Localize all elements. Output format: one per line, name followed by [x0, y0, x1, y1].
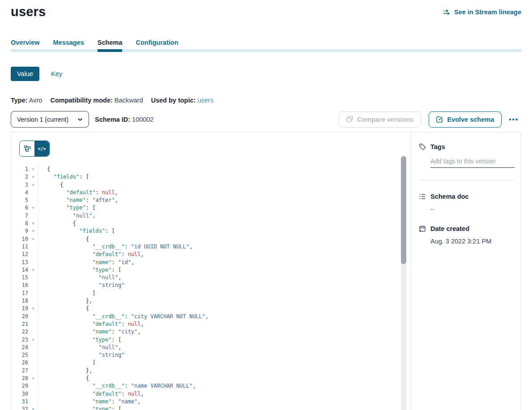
line-number: 21: [11, 320, 28, 328]
code-line: 20 "__crdb__": "city VARCHAR NOT NULL",: [11, 313, 411, 320]
code-text: ]: [38, 290, 411, 297]
fold-gutter: [28, 290, 38, 297]
code-text: "default": null,: [38, 189, 411, 196]
line-number: 24: [11, 344, 28, 351]
date-created-title: Date created: [430, 225, 469, 232]
fold-toggle-icon[interactable]: ▼: [28, 181, 38, 189]
fold-gutter: [28, 390, 38, 398]
code-text: "default": null,: [38, 320, 411, 328]
code-line: 14▼ "type": [: [11, 266, 411, 274]
compare-icon: [346, 116, 353, 123]
schema-doc-value: --: [430, 205, 514, 213]
code-text: {: [38, 181, 411, 189]
code-text: {: [38, 220, 411, 227]
fold-toggle-icon[interactable]: ▼: [28, 166, 38, 173]
line-number: 28: [11, 375, 28, 382]
stream-lineage-link[interactable]: See in Stream lineage: [443, 9, 521, 16]
calendar-plus-icon: [419, 225, 426, 232]
line-number: 20: [11, 313, 28, 320]
topic-link[interactable]: users: [197, 97, 213, 104]
code-text: "default": null,: [38, 390, 411, 398]
line-number: 27: [11, 367, 28, 375]
edit-schema-icon: [436, 116, 443, 123]
code-line: 5 "name": "after",: [11, 196, 411, 204]
editor-view-toggle: </>: [19, 141, 50, 157]
line-number: 17: [11, 290, 28, 297]
fold-toggle-icon[interactable]: ▼: [28, 266, 38, 274]
line-number: 18: [11, 297, 28, 305]
fold-gutter: [28, 297, 38, 305]
meta-type: Type: Avro: [11, 97, 42, 104]
date-created-value: Aug. 3 2022 3:21 PM: [430, 238, 514, 245]
fold-gutter: [28, 351, 38, 359]
fold-toggle-icon[interactable]: ▼: [28, 204, 38, 212]
fold-gutter: [28, 282, 38, 289]
tag-icon: [419, 143, 426, 150]
version-select[interactable]: Version 1 (current): [11, 111, 89, 128]
code-line: 18 },: [11, 297, 411, 305]
compare-versions-button[interactable]: Compare versions: [339, 111, 421, 128]
line-number: 15: [11, 274, 28, 282]
tab-configuration[interactable]: Configuration: [136, 39, 178, 49]
code-text: {: [38, 166, 411, 173]
line-number: 32: [11, 406, 28, 410]
fold-toggle-icon[interactable]: ▼: [28, 305, 38, 312]
fold-toggle-icon[interactable]: ▼: [28, 220, 38, 227]
code-text: "__crdb__": "id UUID NOT NULL",: [38, 243, 411, 251]
side-panel-divider: [419, 180, 514, 180]
schema-side-panel: Tags Schema doc --: [411, 132, 521, 410]
schema-doc-section: Schema doc --: [419, 193, 514, 213]
code-text: {: [38, 235, 411, 243]
value-toggle-button[interactable]: Value: [11, 67, 39, 81]
tab-schema[interactable]: Schema: [98, 39, 123, 49]
fold-gutter: [28, 328, 38, 336]
line-number: 2: [11, 173, 28, 181]
key-toggle-button[interactable]: Key: [51, 70, 62, 77]
line-number: 13: [11, 259, 28, 266]
fold-toggle-icon[interactable]: ▼: [28, 375, 38, 382]
fold-gutter: [28, 313, 38, 320]
tree-view-button[interactable]: [20, 141, 34, 156]
schema-doc-title: Schema doc: [430, 193, 468, 200]
code-text: "null",: [38, 212, 411, 220]
code-line: 23▼ "type": [: [11, 336, 411, 344]
code-text: "type": [: [38, 336, 411, 344]
code-text: "type": [: [38, 204, 411, 212]
fold-toggle-icon[interactable]: ▼: [28, 173, 38, 181]
line-number: 30: [11, 390, 28, 398]
code-line: 10▼ {: [11, 235, 411, 243]
fold-gutter: [28, 398, 38, 406]
code-line: 9▼ "fields": [: [11, 227, 411, 235]
version-bar: Version 1 (current) Schema ID: 100002 Co…: [11, 111, 521, 128]
fold-gutter: [28, 251, 38, 258]
tab-messages[interactable]: Messages: [53, 39, 84, 49]
fold-toggle-icon[interactable]: ▼: [28, 227, 38, 235]
stream-lineage-label: See in Stream lineage: [454, 9, 521, 16]
code-text: {: [38, 375, 411, 382]
editor-scrollbar-thumb[interactable]: [401, 156, 406, 264]
fold-toggle-icon[interactable]: ▼: [28, 406, 38, 410]
add-tags-input[interactable]: [430, 158, 515, 168]
more-actions-button[interactable]: •••: [506, 114, 521, 125]
evolve-schema-button[interactable]: Evolve schema: [429, 111, 502, 128]
code-text: "string": [38, 282, 411, 289]
tabbar: Overview Messages Schema Configuration: [11, 39, 521, 52]
code-text: {: [38, 305, 411, 312]
fold-toggle-icon[interactable]: ▼: [28, 336, 38, 344]
schema-editor[interactable]: </> 1▼{2▼ "fields": [3▼ {4 "default": nu…: [11, 132, 411, 410]
fold-gutter: [28, 212, 38, 220]
tab-underline-track: [11, 49, 521, 52]
tab-overview[interactable]: Overview: [11, 39, 40, 49]
fold-gutter: [28, 359, 38, 367]
code-view-button[interactable]: </>: [34, 141, 49, 156]
code-line: 1▼{: [11, 166, 411, 173]
code-text: "default": null,: [38, 251, 411, 258]
date-created-header: Date created: [419, 225, 514, 232]
editor-scrollbar-track[interactable]: [401, 156, 406, 410]
meta-used-by-topic: Used by topic: users: [151, 97, 213, 104]
fold-gutter: [28, 189, 38, 196]
code-line: 15 "null",: [11, 274, 411, 282]
schema-meta-row: Type: Avro Compatibility mode: Backward …: [11, 97, 521, 104]
fold-toggle-icon[interactable]: ▼: [28, 235, 38, 243]
page: users See in Stream lineage Overview Mes…: [0, 4, 532, 410]
